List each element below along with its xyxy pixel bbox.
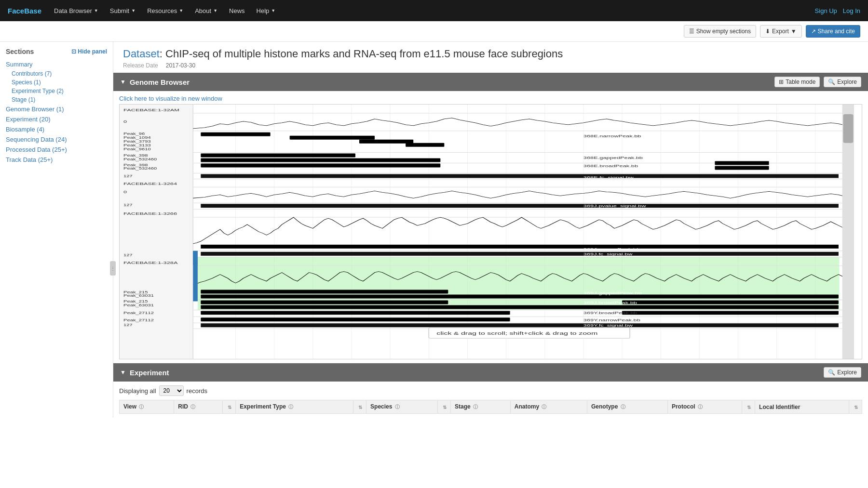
dataset-title: Dataset: ChIP-seq of multiple histone ma… — [123, 48, 858, 60]
sort-icon-5: ⇅ — [854, 405, 858, 410]
col-view: View ⓘ — [120, 400, 174, 414]
log-in-link[interactable]: Log In — [843, 7, 860, 14]
svg-text:127: 127 — [123, 253, 133, 257]
protocol-info-icon[interactable]: ⓘ — [698, 404, 703, 409]
col-sort-1[interactable]: ⇅ — [223, 400, 236, 414]
dataset-header: Dataset: ChIP-seq of multiple histone ma… — [113, 42, 868, 73]
col-sort-4[interactable]: ⇅ — [742, 400, 755, 414]
svg-rect-57 — [201, 204, 839, 208]
share-icon: ↗ — [811, 28, 816, 35]
panel-icon: ⊡ — [71, 48, 76, 55]
sidebar-item-genome-browser[interactable]: Genome Browser (1) — [0, 104, 113, 114]
sidebar-item-sequencing-data[interactable]: Sequencing Data (24) — [0, 134, 113, 145]
genome-browser-chevron: ▼ — [120, 79, 126, 85]
svg-text:0: 0 — [123, 119, 127, 123]
experiment-search-icon: 🔍 — [828, 369, 835, 376]
sidebar-item-stage[interactable]: Stage (1) — [0, 95, 113, 104]
dataset-title-text: : ChIP-seq of multiple histone marks and… — [160, 48, 563, 60]
experiment-content: Displaying all 20 50 100 records View — [113, 382, 868, 418]
table-mode-button[interactable]: ⊞ Table mode — [774, 77, 820, 87]
svg-text:Peak_215: Peak_215 — [123, 290, 148, 294]
nav-left: FaceBase Data Browser ▼ Submit ▼ Resourc… — [8, 0, 280, 21]
genome-browser-svg: FACEBASE:1-32AM 0 Peak_96 Peak_1094 Peak… — [120, 105, 862, 359]
svg-text:Peak_1094: Peak_1094 — [123, 136, 151, 139]
svg-rect-103 — [193, 251, 198, 302]
sort-icon-1: ⇅ — [228, 405, 231, 410]
genome-browser-explore-button[interactable]: 🔍 Explore — [824, 77, 861, 87]
view-info-icon[interactable]: ⓘ — [139, 404, 144, 409]
sidebar-item-experiment[interactable]: Experiment (20) — [0, 114, 113, 124]
svg-rect-43 — [201, 164, 440, 168]
release-date-value: 2017-03-30 — [166, 62, 195, 69]
nav-help[interactable]: Help ▼ — [252, 0, 281, 21]
sidebar-item-contributors[interactable]: Contributors (7) — [0, 69, 113, 78]
svg-rect-30 — [290, 136, 375, 140]
svg-rect-88 — [622, 311, 839, 315]
genome-browser-image[interactable]: FACEBASE:1-32AM 0 Peak_96 Peak_1094 Peak… — [119, 104, 862, 359]
nav-about[interactable]: About ▼ — [190, 0, 222, 21]
svg-text:369J.narrowPeak.bb: 369J.narrowPeak.bb — [583, 247, 640, 251]
rid-info-icon[interactable]: ⓘ — [190, 404, 195, 409]
nav-about-arrow: ▼ — [213, 8, 217, 13]
sidebar-item-processed-data[interactable]: Processed Data (25+) — [0, 145, 113, 155]
nav-resources-arrow: ▼ — [179, 8, 183, 13]
svg-text:Peak_3793: Peak_3793 — [123, 140, 151, 143]
svg-text:368E.narrowPeak.bb: 368E.narrowPeak.bb — [583, 133, 641, 138]
svg-text:369Y.fc_signal.bw: 369Y.fc_signal.bw — [583, 323, 633, 328]
genotype-info-icon[interactable]: ⓘ — [621, 404, 625, 409]
sidebar-item-track-data[interactable]: Track Data (25+) — [0, 155, 113, 165]
genome-browser-header[interactable]: ▼ Genome Browser ⊞ Table mode 🔍 Explore — [113, 73, 868, 91]
nav-submit[interactable]: Submit ▼ — [105, 0, 140, 21]
share-cite-button[interactable]: ↗ Share and cite — [806, 25, 860, 38]
anatomy-info-icon[interactable]: ⓘ — [542, 404, 546, 409]
svg-rect-37 — [201, 154, 355, 158]
brand-logo[interactable]: FaceBase — [8, 7, 41, 15]
svg-text:127: 127 — [123, 174, 133, 178]
col-sort-5[interactable]: ⇅ — [849, 400, 862, 414]
exp-type-info-icon[interactable]: ⓘ — [288, 404, 293, 409]
sign-up-link[interactable]: Sign Up — [815, 7, 837, 14]
experiment-header[interactable]: ▼ Experiment 🔍 Explore — [113, 363, 868, 382]
species-info-icon[interactable]: ⓘ — [395, 404, 400, 409]
col-sort-2[interactable]: ⇅ — [353, 400, 366, 414]
svg-rect-38 — [201, 158, 440, 162]
sidebar-item-experiment-type[interactable]: Experiment Type (2) — [0, 87, 113, 95]
hide-panel-button[interactable]: ⊡ Hide panel — [71, 48, 107, 55]
svg-text:369J.pvalue_signal.bw: 369J.pvalue_signal.bw — [583, 204, 646, 208]
export-icon: ⬇ — [765, 28, 770, 35]
visualize-link[interactable]: Click here to visualize in new window — [119, 95, 862, 102]
svg-rect-76 — [201, 295, 839, 299]
stage-info-icon[interactable]: ⓘ — [473, 404, 478, 409]
records-per-page-select[interactable]: 20 50 100 — [159, 385, 184, 396]
genome-browser-title: Genome Browser — [130, 78, 190, 86]
svg-text:369J.broadPeak.bb: 369J.broadPeak.bb — [583, 301, 637, 305]
nav-resources[interactable]: Resources ▼ — [142, 0, 188, 21]
sidebar-item-summary[interactable]: Summary — [0, 59, 113, 69]
svg-text:127: 127 — [123, 323, 133, 327]
show-empty-sections-button[interactable]: ☰ Show empty sections — [684, 25, 756, 38]
sidebar-item-biosample[interactable]: Biosample (4) — [0, 124, 113, 134]
experiment-table-container: View ⓘ RID ⓘ ⇅ — [119, 400, 862, 414]
sidebar-item-species[interactable]: Species (1) — [0, 78, 113, 87]
svg-rect-92 — [201, 317, 510, 321]
svg-rect-49 — [201, 174, 839, 178]
svg-text:FACEBASE:1-32AM: FACEBASE:1-32AM — [123, 107, 179, 112]
nav-submit-arrow: ▼ — [131, 8, 136, 13]
nav-data-browser[interactable]: Data Browser ▼ — [49, 0, 103, 21]
experiment-chevron: ▼ — [120, 369, 126, 376]
col-experiment-type: Experiment Type ⓘ — [236, 400, 353, 414]
nav-news[interactable]: News — [224, 0, 250, 21]
svg-text:Peak_9610: Peak_9610 — [123, 147, 151, 151]
col-sort-3[interactable]: ⇅ — [437, 400, 450, 414]
svg-text:FACEBASE:1-3266: FACEBASE:1-3266 — [123, 211, 177, 216]
svg-text:click & drag to scroll; shift+: click & drag to scroll; shift+click & dr… — [436, 330, 597, 336]
export-button[interactable]: ⬇ Export ▼ — [760, 25, 802, 38]
svg-text:0: 0 — [123, 190, 127, 194]
dataset-label[interactable]: Dataset — [123, 48, 160, 60]
svg-rect-83 — [622, 300, 839, 304]
experiment-explore-button[interactable]: 🔍 Explore — [824, 367, 861, 378]
genome-browser-content: Click here to visualize in new window — [113, 91, 868, 363]
records-display: Displaying all 20 50 100 records — [119, 385, 862, 396]
search-icon: 🔍 — [828, 79, 835, 85]
sidebar-resize-handle[interactable]: ⋮ — [110, 261, 116, 276]
